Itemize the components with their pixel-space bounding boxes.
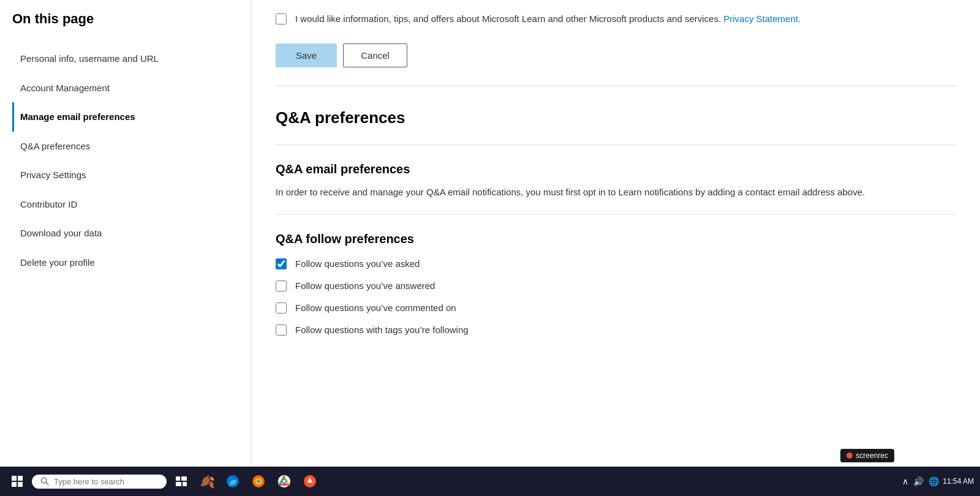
sidebar-item-privacy-settings[interactable]: Privacy Settings (12, 160, 251, 190)
taskbar-search-box[interactable] (32, 475, 167, 489)
taskbar-firefox[interactable] (247, 470, 270, 492)
cancel-button[interactable]: Cancel (343, 43, 407, 67)
follow-options-container: Follow questions you’ve askedFollow ques… (276, 258, 956, 336)
sound-icon[interactable]: 🔊 (913, 476, 924, 486)
qa-section-heading: Q&A preferences (276, 108, 956, 127)
sidebar-title: On this page (12, 0, 251, 38)
newsletter-checkbox[interactable] (276, 13, 287, 24)
main-content: I would like information, tips, and offe… (251, 0, 980, 467)
follow-option-row: Follow questions with tags you’re follow… (276, 325, 956, 336)
qa-email-description: In order to receive and manage your Q&A … (276, 185, 956, 200)
newsletter-label: I would like information, tips, and offe… (295, 12, 801, 26)
edge-icon (226, 475, 239, 488)
taskbar-sys-icons: ∧ 🔊 🌐 (902, 476, 939, 486)
screenrec-label: screenrec (856, 451, 888, 460)
newsletter-checkbox-row: I would like information, tips, and offe… (276, 12, 956, 26)
email-pref-section: I would like information, tips, and offe… (276, 0, 956, 86)
taskbar-search-input[interactable] (54, 477, 152, 486)
qa-email-sub-heading: Q&A email preferences (276, 162, 956, 176)
sidebar-item-contributor-id[interactable]: Contributor ID (12, 190, 251, 219)
sidebar-item-qa-preferences[interactable]: Q&A preferences (12, 132, 251, 161)
svg-point-17 (283, 480, 285, 483)
follow-option-row: Follow questions you’ve answered (276, 280, 956, 291)
firefox-icon (252, 475, 265, 488)
privacy-statement-link[interactable]: Privacy Statement. (723, 13, 801, 24)
taskbar-right: ∧ 🔊 🌐 11:54 AM (902, 476, 974, 487)
follow-asked-label: Follow questions you’ve asked (295, 258, 420, 269)
svg-rect-3 (18, 482, 23, 487)
windows-icon (11, 475, 23, 487)
sidebar-item-download-data[interactable]: Download your data (12, 219, 251, 248)
svg-point-13 (257, 479, 260, 483)
taskbar-edge[interactable] (222, 470, 244, 492)
follow-following-label: Follow questions with tags you’re follow… (295, 325, 469, 335)
svg-rect-0 (12, 476, 17, 481)
follow-following-checkbox[interactable] (276, 325, 287, 336)
taskbar: 🍂 (0, 467, 980, 496)
network-icon[interactable]: 🌐 (929, 476, 939, 486)
sidebar-item-delete-profile[interactable]: Delete your profile (12, 248, 251, 277)
svg-rect-9 (183, 482, 187, 486)
sidebar-item-personal-info[interactable]: Personal info, username and URL (12, 44, 251, 73)
svg-line-5 (46, 483, 48, 485)
follow-commented-checkbox[interactable] (276, 302, 287, 314)
save-cancel-row: Save Cancel (276, 43, 956, 67)
svg-point-4 (41, 478, 46, 483)
start-button[interactable] (6, 470, 28, 492)
sidebar-nav: Personal info, username and URLAccount M… (12, 44, 251, 277)
follow-answered-checkbox[interactable] (276, 280, 287, 291)
save-button[interactable]: Save (276, 43, 337, 67)
brave-icon (303, 475, 317, 488)
taskbar-task-view[interactable] (170, 470, 192, 492)
svg-rect-2 (12, 482, 17, 487)
sidebar-item-manage-email[interactable]: Manage email preferences (12, 102, 251, 132)
svg-rect-7 (181, 476, 187, 481)
follow-option-row: Follow questions you’ve commented on (276, 302, 956, 314)
follow-asked-checkbox[interactable] (276, 258, 287, 269)
divider-1 (276, 145, 956, 145)
chevron-up-icon[interactable]: ∧ (902, 476, 908, 486)
taskbar-time[interactable]: 11:54 AM (943, 476, 974, 487)
taskbar-leaf-icon[interactable]: 🍂 (196, 470, 218, 492)
follow-commented-label: Follow questions you’ve commented on (295, 302, 456, 313)
svg-rect-8 (176, 482, 181, 486)
follow-option-row: Follow questions you’ve asked (276, 258, 956, 269)
divider-2 (276, 214, 956, 215)
svg-rect-1 (18, 476, 23, 481)
chrome-icon (277, 475, 291, 488)
sidebar: On this page Personal info, username and… (0, 0, 251, 467)
task-view-icon (175, 475, 187, 487)
svg-rect-6 (176, 476, 180, 481)
taskbar-brave[interactable] (299, 470, 321, 492)
screenrec-dot (846, 453, 853, 459)
follow-answered-label: Follow questions you’ve answered (295, 280, 435, 291)
qa-follow-sub-heading: Q&A follow preferences (276, 232, 956, 246)
screenrec-badge: screenrec (840, 449, 894, 462)
search-icon (40, 477, 49, 486)
qa-preferences-section: Q&A preferences Q&A email preferences In… (276, 86, 956, 336)
sidebar-item-account-management[interactable]: Account Management (12, 73, 251, 103)
taskbar-chrome[interactable] (273, 470, 295, 492)
